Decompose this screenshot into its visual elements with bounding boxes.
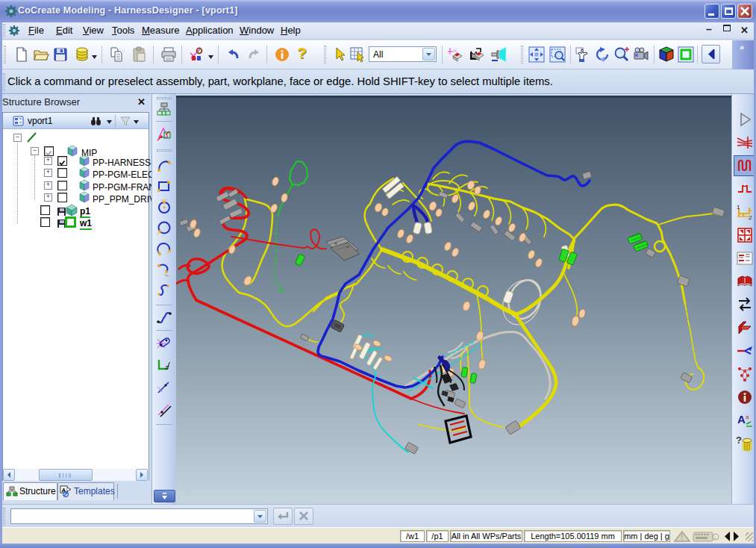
svg-text:?: ?	[736, 435, 742, 446]
svg-text:2: 2	[749, 214, 752, 221]
svg-text:MNM: MNM	[746, 259, 750, 262]
svg-text:i: i	[715, 535, 716, 540]
svg-text:PNM: PNM	[739, 256, 743, 259]
svg-text:PNM: PNM	[746, 255, 750, 258]
svg-text:a: a	[746, 414, 749, 420]
svg-text:!: !	[681, 533, 683, 541]
svg-text:A: A	[737, 413, 746, 426]
